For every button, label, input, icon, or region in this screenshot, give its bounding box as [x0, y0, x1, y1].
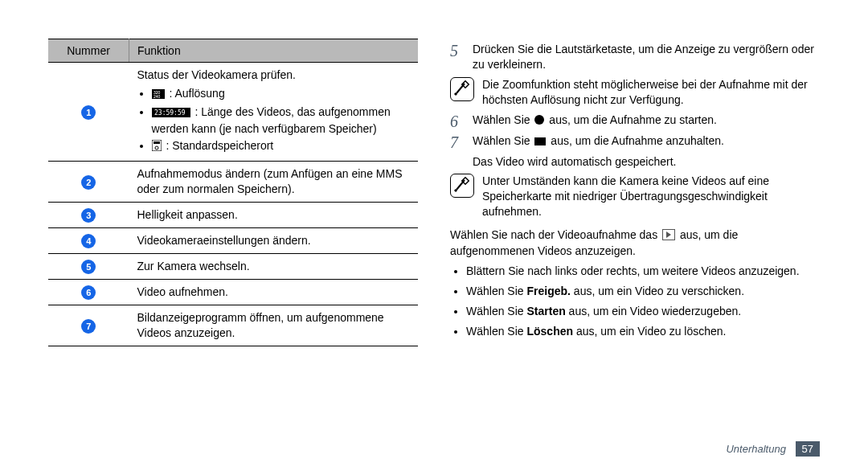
bullet-list: Blättern Sie nach links oder rechts, um …	[450, 264, 820, 339]
step-5: 5 Drücken Sie die Lautstärketaste, um di…	[450, 42, 820, 72]
play-icon	[662, 229, 675, 240]
function-table: Nummer Funktion 1 Status der Videokamera…	[48, 39, 418, 346]
row1-title: Status der Videokamera prüfen.	[137, 68, 296, 81]
list-item: 23:59:59 : Länge des Videos, das aufgeno…	[152, 104, 411, 137]
list-item: Wählen Sie Löschen aus, um ein Video zu …	[466, 324, 820, 339]
table-row: 3 Helligkeit anpassen.	[48, 203, 418, 228]
table-row: 2 Aufnahmemodus ändern (zum Anfügen an e…	[48, 162, 418, 203]
th-function: Funktion	[129, 39, 419, 63]
table-row: 1 Status der Videokamera prüfen. 320240 …	[48, 63, 418, 162]
right-column: 5 Drücken Sie die Lautstärketaste, um di…	[450, 39, 820, 426]
table-row: 7 Bildanzeigeprogramm öffnen, um aufgeno…	[48, 305, 418, 346]
row-badge: 2	[81, 175, 96, 190]
svg-rect-6	[154, 141, 160, 144]
record-icon	[534, 115, 544, 125]
section-title: Unterhaltung	[726, 443, 785, 455]
auto-save-text: Das Video wird automatisch gespeichert.	[473, 154, 820, 170]
list-item: 320240 : Auflösung	[152, 86, 411, 103]
table-row: 6 Video aufnehmen.	[48, 280, 418, 305]
svg-text:240: 240	[154, 94, 161, 99]
left-column: Nummer Funktion 1 Status der Videokamera…	[48, 39, 418, 426]
note-icon	[450, 174, 474, 198]
svg-text:23:59:59: 23:59:59	[154, 109, 186, 117]
row-badge: 4	[81, 234, 96, 248]
stop-icon	[534, 137, 546, 145]
playback-para: Wählen Sie nach der Videoaufnahme das au…	[450, 227, 820, 259]
svg-point-7	[155, 146, 158, 149]
list-item: : Standardspeicherort	[152, 138, 411, 155]
row-badge: 7	[81, 319, 96, 334]
timecode-icon: 23:59:59	[152, 106, 190, 121]
storage-icon	[152, 140, 162, 155]
row-badge: 5	[81, 260, 96, 274]
page-footer: Unterhaltung 57	[726, 441, 820, 457]
row-badge: 1	[81, 105, 96, 120]
note-sdcard: Unter Umständen kann die Kamera keine Vi…	[450, 174, 820, 219]
list-item: Blättern Sie nach links oder rechts, um …	[466, 264, 820, 279]
row-badge: 3	[81, 208, 96, 223]
list-item: Wählen Sie Freigeb. aus, um ein Video zu…	[466, 284, 820, 299]
step-7: 7 Wählen Sie aus, um die Aufnahme anzuha…	[450, 133, 820, 151]
page-number: 57	[796, 441, 820, 457]
note-zoom: Die Zoomfunktion steht möglicherweise be…	[450, 77, 820, 108]
note-icon	[450, 77, 474, 101]
row-badge: 6	[81, 285, 96, 300]
table-row: 5 Zur Kamera wechseln.	[48, 254, 418, 280]
step-6: 6 Wählen Sie aus, um die Aufnahme zu sta…	[450, 113, 820, 130]
resolution-icon: 320240	[152, 88, 165, 103]
table-row: 4 Videokameraeinstellungen ändern.	[48, 228, 418, 254]
list-item: Wählen Sie Starten aus, um ein Video wie…	[466, 304, 820, 319]
th-number: Nummer	[48, 39, 129, 63]
